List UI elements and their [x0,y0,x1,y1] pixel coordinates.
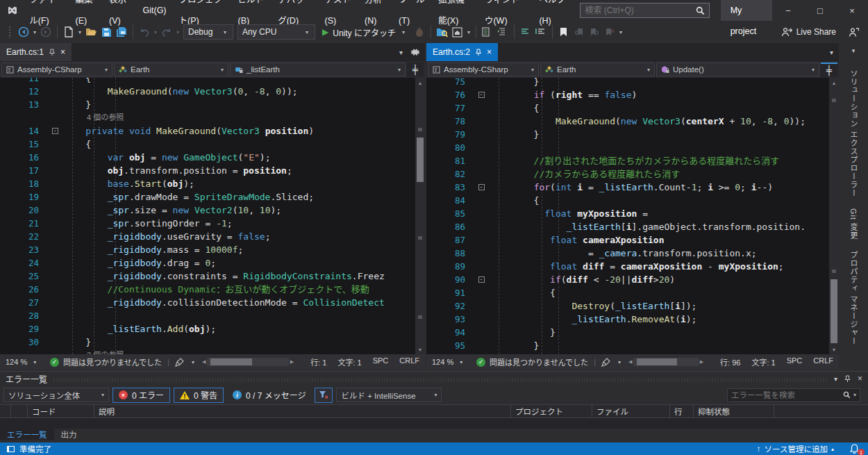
navigate-forward-button[interactable] [39,25,53,39]
add-to-source-control-button[interactable]: ソース管理に追加 [765,443,828,454]
build-intellisense-dropdown[interactable]: ビルド + IntelliSense ▾ [336,388,442,402]
overflow-dropdown-icon[interactable]: ▾ [465,29,472,35]
line-content[interactable]: { [490,286,829,299]
line-content[interactable]: _spr.size = new Vector2(10, 10); [64,204,415,217]
line-content[interactable]: MakeGraound(new Vector3(centerX + 10, -8… [490,115,829,128]
document-list-dropdown-icon[interactable]: ▾ [399,49,403,56]
line-content[interactable]: _spr.sortingOrder = -1; [64,217,415,230]
auto-hide-dropdown-icon[interactable]: ▾ [852,47,856,58]
next-bookmark-button[interactable] [587,25,601,39]
line-content[interactable]: _rigidbody.useGravity = false; [64,230,415,243]
line-content[interactable]: { [490,101,829,115]
line-content[interactable]: { [64,78,415,85]
new-file-dropdown-icon[interactable]: ▾ [76,29,83,35]
open-folder-button[interactable] [84,25,98,39]
bookmark-overflow-dropdown-icon[interactable]: ▾ [617,29,624,35]
code-cleanup-icon[interactable] [175,358,184,367]
save-all-button[interactable] [115,25,128,39]
line-content[interactable]: _rigidbody.collisionDetectionMode = Coll… [64,296,415,309]
undo-button[interactable] [137,25,151,39]
scrollbar-thumb[interactable] [831,279,837,343]
code-health-indicator[interactable]: ✓ 問題は見つかりませんでした [476,356,588,367]
scroll-left-icon[interactable]: ◀ [202,359,206,365]
send-feedback-icon[interactable] [846,25,860,39]
notifications-button[interactable]: 1 [850,444,861,454]
line-content[interactable]: _rigidbody.mass = 10000f; [64,243,415,256]
line-content[interactable]: { [490,194,829,207]
tool-window-tab[interactable]: ソリューション エクスプローラー [848,69,859,197]
editor-options-gear-icon[interactable] [410,47,419,57]
class-dropdown[interactable]: Earth ▾ [540,63,655,76]
toggle-bookmark-button[interactable] [557,25,571,39]
new-file-button[interactable] [62,25,76,39]
scroll-up-icon[interactable]: ▲ [415,78,425,88]
find-in-files-button[interactable] [435,25,449,39]
clear-filters-button[interactable] [315,388,333,403]
line-content[interactable]: { [64,138,415,151]
scroll-left-icon[interactable]: ◀ [628,359,632,365]
background-tasks-icon[interactable] [7,446,15,452]
error-list-search-box[interactable]: ▾ [727,388,860,402]
clear-bookmarks-button[interactable] [603,25,617,39]
search-input[interactable] [585,6,695,15]
navigate-back-dropdown-icon[interactable]: ▾ [31,29,38,35]
member-dropdown[interactable]: Update() ▾ [656,63,819,76]
document-tab-earth-cs-2[interactable]: Earth.cs:2 × [426,43,498,61]
hot-reload-icon[interactable] [412,25,426,39]
class-dropdown[interactable]: Earth ▾ [114,63,228,76]
previous-bookmark-button[interactable] [572,25,586,39]
line-content[interactable]: _listEarth[i].gameObject.transform.posit… [490,220,829,233]
scroll-down-icon[interactable]: ▼ [829,345,839,354]
close-icon[interactable]: × [487,48,492,56]
scrollbar-thumb[interactable] [210,358,252,365]
code-health-indicator[interactable]: ✓ 問題は見つかりませんでした [50,356,162,367]
error-list-body[interactable] [0,418,868,429]
document-tab-earth-cs-1[interactable]: Earth.cs:1 × [0,43,72,61]
collapse-icon[interactable]: - [478,184,485,190]
error-list-titlebar[interactable]: エラー一覧 ▾ × [0,372,868,386]
line-content[interactable]: MakeGraound(new Vector3(0, -8, 0)); [64,85,415,98]
solution-platform-combo[interactable]: Any CPU ▾ [237,24,315,40]
solution-name[interactable]: My project [721,0,772,21]
uncomment-lines-button[interactable] [534,25,548,39]
close-icon[interactable]: × [60,48,65,56]
expand-outlining-button[interactable] [496,25,510,39]
line-content[interactable]: float myXposition = [490,207,829,220]
minimize-button[interactable]: − [772,0,804,21]
line-content[interactable]: var obj = new GameObject("E"); [64,151,415,164]
scope-filter-dropdown[interactable]: ソリューション全体 ▾ [3,388,109,402]
panel-drag-grip[interactable] [53,378,828,381]
collapse-icon[interactable]: - [478,276,485,283]
line-content[interactable] [490,141,829,154]
vertical-scrollbar[interactable]: ▲ ▼ [829,78,839,354]
tool-window-tab[interactable]: Git 変更 [848,208,859,240]
line-content[interactable]: _rigidbody.drag = 0; [64,256,415,270]
close-button[interactable]: × [836,0,868,21]
chevron-up-icon[interactable]: ▴ [831,446,834,452]
collapse-icon[interactable]: - [478,92,485,98]
collapse-icon[interactable]: - [52,128,58,134]
code-editor-right[interactable]: 75 }76- if (right == false)77 {78 MakeGr… [426,78,839,354]
line-content[interactable]: } [490,339,829,352]
scroll-right-icon[interactable]: ▶ [290,359,294,365]
column-header[interactable]: コード [28,405,94,417]
line-content[interactable]: } [490,78,829,88]
menu-item[interactable]: Git(G) [137,0,173,21]
line-content[interactable]: } [64,336,415,349]
line-content[interactable]: _spr.drawMode = SpriteDrawMode.Sliced; [64,190,415,204]
line-content[interactable]: float diff = cameraXposition - myXpositi… [490,260,829,273]
scrollbar-thumb[interactable] [417,138,424,182]
column-header[interactable]: 行 [670,405,694,417]
code-cleanup-icon[interactable] [601,358,610,367]
navigate-back-button[interactable] [17,25,31,39]
line-content[interactable]: for(int i = _listEarth.Count-1; i >= 0; … [490,181,829,194]
document-list-dropdown-icon[interactable]: ▾ [830,49,833,56]
line-content[interactable]: float cameraXposition [490,233,829,247]
pin-icon[interactable] [475,49,482,56]
pin-icon[interactable] [844,375,851,383]
attach-to-unity-button[interactable]: ▶ Unity にアタッチ ▾ [317,24,412,40]
collapse-outlining-button[interactable] [481,25,494,39]
column-header-spacer[interactable] [11,405,28,417]
zoom-level-dropdown[interactable]: 124 % ▾ [432,358,471,366]
line-content[interactable]: _listEarth.RemoveAt(i); [490,313,829,326]
